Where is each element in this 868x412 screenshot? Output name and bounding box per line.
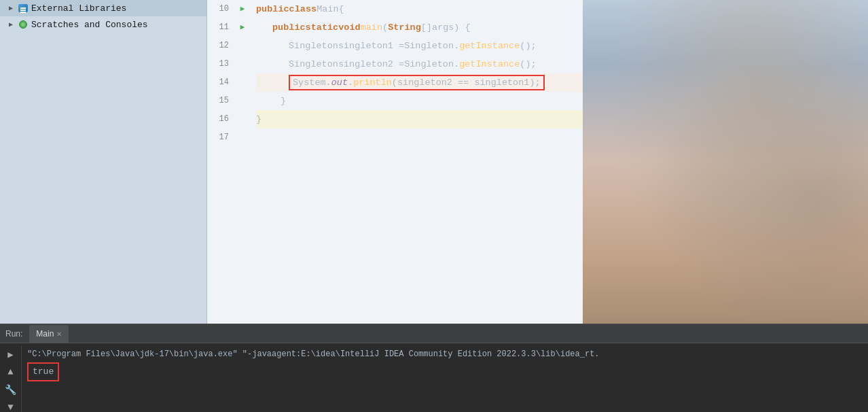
- code-line-11: public static void main ( String [] args…: [256, 18, 583, 37]
- output-area: "C:\Program Files\Java\jdk-17\bin\java.e…: [22, 346, 868, 383]
- code-method-main: main: [361, 18, 382, 37]
- output-result-container: true: [27, 362, 863, 381]
- code-method-getinstance-13: getInstance: [459, 55, 520, 73]
- library-icon: [18, 3, 29, 14]
- tab-main[interactable]: Main ✕: [29, 325, 69, 343]
- code-bracket-11: []: [421, 18, 432, 37]
- line-num-14: 14: [207, 73, 234, 92]
- line-numbers-gutter: 10 11 12 13 14 15 16 17: [207, 0, 234, 324]
- code-dot-14b: .: [348, 73, 353, 92]
- code-keyword-class-10: class: [289, 0, 317, 18]
- line-num-15: 15: [207, 92, 234, 110]
- code-line-10: public class Main {: [256, 0, 583, 18]
- code-line-15: }: [256, 92, 583, 110]
- run-icon-13: [234, 55, 251, 73]
- expand-arrow-scratches[interactable]: ▶: [5, 19, 16, 30]
- bottom-toolbar: ▶ ▲ 🔧 ▼ "C:\Program Files\Java\jdk-17\bi…: [0, 343, 868, 412]
- code-parens-12: ();: [520, 37, 536, 55]
- code-keyword-public-11: public: [272, 18, 306, 37]
- run-icon-14: [234, 73, 251, 92]
- sidebar-label-external-libraries: External Libraries: [31, 3, 126, 14]
- code-cls-singleton-13: Singleton: [289, 55, 338, 73]
- code-container: 10 11 12 13 14 15 16 17 ▶ ▶: [207, 0, 583, 324]
- line-num-10: 10: [207, 0, 234, 18]
- code-args-14: (singleton2 == singleton1);: [392, 73, 541, 92]
- code-dot-12a: .: [454, 37, 459, 55]
- run-gutter: ▶ ▶: [234, 0, 251, 324]
- code-var-singleton1: singleton1 =: [338, 37, 404, 55]
- line-num-11: 11: [207, 18, 234, 37]
- code-dot-13a: .: [454, 55, 459, 73]
- toolbar-side: ▶ ▲ 🔧 ▼: [0, 346, 22, 412]
- sidebar-item-external-libraries[interactable]: ▶ External Libraries: [0, 0, 206, 16]
- code-keyword-void-11: void: [338, 18, 360, 37]
- sidebar: ▶ External Libraries ▶ Scratches and Con…: [0, 0, 207, 324]
- code-println: println: [353, 73, 392, 92]
- line-14-box: System . out . println (singleton2 == si…: [289, 75, 545, 90]
- tab-close-icon[interactable]: ✕: [56, 330, 62, 338]
- sidebar-label-scratches: Scratches and Consoles: [31, 20, 148, 30]
- code-system: System: [293, 73, 326, 92]
- scroll-down-button[interactable]: ▼: [4, 400, 18, 412]
- output-cmd-line: "C:\Program Files\Java\jdk-17\bin\java.e…: [27, 347, 863, 361]
- code-cls-singleton-ref-13: Singleton: [404, 55, 454, 73]
- scratch-icon: [18, 19, 29, 30]
- code-keyword-public-10: public: [256, 0, 289, 18]
- run-icon-11[interactable]: ▶: [234, 18, 251, 37]
- scroll-up-button[interactable]: ▲: [4, 365, 18, 379]
- wrench-button[interactable]: 🔧: [4, 383, 18, 396]
- code-keyword-static-11: static: [306, 18, 339, 37]
- run-icon-12: [234, 37, 251, 55]
- output-result-box: true: [27, 362, 59, 381]
- run-icon-17: [234, 128, 251, 147]
- run-icon-16: [234, 110, 251, 128]
- background-photo: [583, 0, 868, 324]
- editor-area: 10 11 12 13 14 15 16 17 ▶ ▶: [207, 0, 583, 324]
- code-dot-14a: .: [326, 73, 331, 92]
- bottom-tabs-bar: Run: Main ✕: [0, 325, 868, 343]
- code-brace-close-15: }: [281, 92, 286, 110]
- code-paren-11: (: [382, 18, 388, 37]
- code-args-11: args) {: [432, 18, 471, 37]
- code-line-12: Singleton singleton1 = Singleton . getIn…: [256, 37, 583, 55]
- line-num-13: 13: [207, 55, 234, 73]
- photo-blur-overlay: [583, 0, 868, 324]
- code-brace-close-16: }: [256, 110, 261, 128]
- code-line-17: [256, 128, 583, 147]
- code-type-string: String: [388, 18, 421, 37]
- expand-arrow-external-libraries[interactable]: ▶: [5, 3, 16, 14]
- sidebar-item-scratches[interactable]: ▶ Scratches and Consoles: [0, 16, 206, 33]
- code-line-16: }: [256, 110, 583, 128]
- code-brace-open-10: {: [339, 0, 344, 18]
- code-parens-13: ();: [520, 55, 536, 73]
- run-icon-10[interactable]: ▶: [234, 0, 251, 18]
- code-lines: public class Main { public static void m…: [251, 0, 583, 324]
- line-num-16: 16: [207, 110, 234, 128]
- code-line-13: Singleton singleton2 = Singleton . getIn…: [256, 55, 583, 73]
- bottom-panel: Run: Main ✕ ▶ ▲ 🔧 ▼ "C:\Program Files\Ja…: [0, 324, 868, 412]
- run-label: Run:: [5, 329, 22, 339]
- line-num-17: 17: [207, 128, 234, 147]
- run-button[interactable]: ▶: [4, 347, 18, 361]
- code-var-singleton2: singleton2 =: [338, 55, 404, 73]
- code-line-14: System . out . println (singleton2 == si…: [256, 73, 583, 92]
- tab-main-label: Main: [36, 329, 54, 339]
- run-icon-15: [234, 92, 251, 110]
- line-num-12: 12: [207, 37, 234, 55]
- code-method-getinstance-12: getInstance: [459, 37, 520, 55]
- code-cls-singleton-ref-12: Singleton: [404, 37, 454, 55]
- code-cls-singleton-12: Singleton: [289, 37, 338, 55]
- code-classname-main: Main: [317, 0, 338, 18]
- code-out: out: [331, 73, 348, 92]
